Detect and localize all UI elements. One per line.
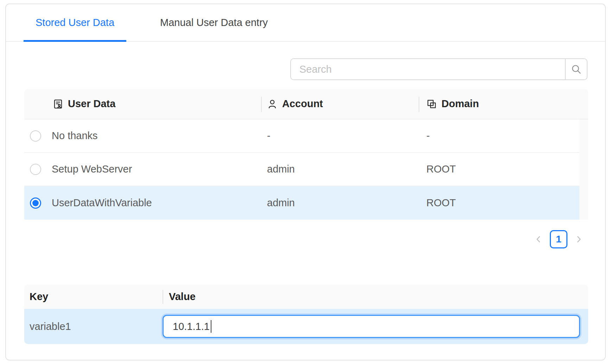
column-header-domain: Domain: [419, 98, 579, 110]
tab-manual-user-data-entry-label: Manual User Data entry: [160, 17, 268, 28]
table-row-userdatawithvariable[interactable]: UserDataWithVariable admin ROOT: [24, 186, 579, 220]
user-data-table: User Data Account Domain: [24, 89, 588, 220]
cell-account: admin: [261, 163, 419, 175]
tab-stored-user-data[interactable]: Stored User Data: [24, 4, 126, 41]
key-cell: variable1: [24, 321, 163, 332]
table-body: No thanks - - Setup WebServer admin ROOT…: [24, 119, 588, 220]
pagination-prev-button[interactable]: [533, 230, 545, 248]
column-title-user-data: User Data: [68, 98, 115, 110]
table-header: User Data Account Domain: [24, 89, 588, 119]
table-row-no-thanks[interactable]: No thanks - -: [24, 119, 579, 153]
cell-user-data: No thanks: [46, 130, 261, 142]
key-value-header: Key Value: [24, 285, 588, 309]
column-title-domain: Domain: [441, 98, 479, 110]
tab-manual-user-data-entry[interactable]: Manual User Data entry: [148, 4, 280, 41]
table-row-setup-webserver[interactable]: Setup WebServer admin ROOT: [24, 153, 579, 186]
pagination-page-1[interactable]: 1: [550, 230, 567, 248]
chevron-right-icon: [574, 235, 583, 244]
search-button[interactable]: [565, 59, 587, 79]
tab-stored-user-data-label: Stored User Data: [36, 17, 114, 28]
search-row: [24, 58, 587, 80]
column-title-account: Account: [282, 98, 323, 110]
pagination: 1: [6, 230, 585, 248]
cell-account: -: [261, 130, 419, 142]
column-title-key: Key: [24, 291, 163, 303]
user-icon: [267, 99, 278, 109]
tab-bar: Stored User Data Manual User Data entry: [6, 4, 605, 42]
search-icon: [571, 64, 582, 75]
radio-userdatawithvariable[interactable]: [30, 197, 41, 209]
pagination-next-button[interactable]: [573, 230, 585, 248]
key-value-table: Key Value variable1 10.1.1.1: [24, 285, 588, 344]
column-divider: [163, 290, 163, 304]
block-icon: [426, 99, 437, 109]
solution-icon: [53, 99, 63, 109]
column-header-user-data: User Data: [24, 98, 261, 110]
cell-domain: ROOT: [419, 197, 579, 209]
search-input[interactable]: [291, 59, 565, 79]
column-divider: [261, 97, 262, 112]
cell-domain: ROOT: [419, 163, 579, 175]
search-group: [290, 58, 587, 80]
cell-account: admin: [261, 197, 419, 209]
table-scrollbar-gutter: [579, 119, 588, 220]
key-value-row-variable1: variable1 10.1.1.1: [24, 309, 588, 344]
column-divider: [419, 97, 419, 112]
cell-user-data: Setup WebServer: [46, 163, 261, 175]
radio-setup-webserver[interactable]: [30, 164, 41, 175]
text-cursor: [211, 320, 211, 333]
cell-user-data: UserDataWithVariable: [46, 197, 261, 209]
column-title-value: Value: [163, 291, 588, 303]
cell-domain: -: [419, 130, 579, 142]
value-input-text: 10.1.1.1: [173, 321, 210, 332]
chevron-left-icon: [534, 235, 543, 244]
radio-no-thanks[interactable]: [30, 130, 41, 142]
value-input[interactable]: 10.1.1.1: [163, 315, 580, 338]
user-data-panel: Stored User Data Manual User Data entry: [5, 4, 606, 360]
column-header-account: Account: [261, 98, 419, 110]
